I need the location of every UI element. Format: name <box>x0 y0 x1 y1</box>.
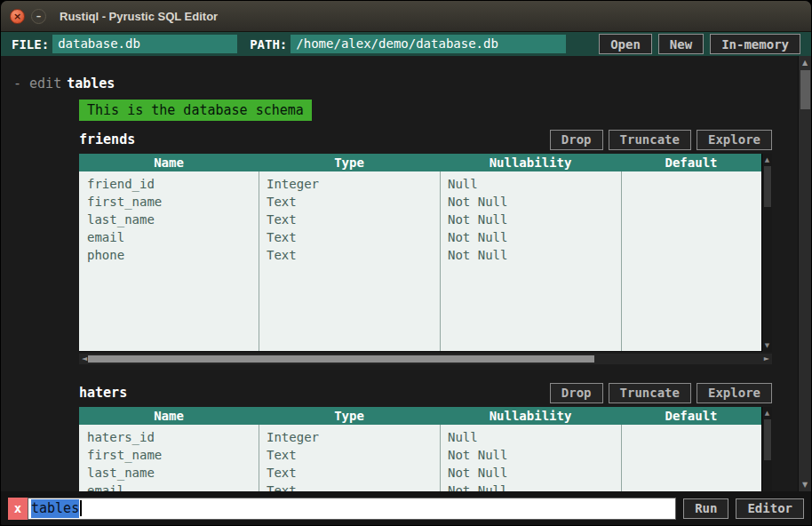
scroll-down-icon[interactable]: ▼ <box>762 342 772 349</box>
explore-button[interactable]: Explore <box>697 130 772 150</box>
scroll-down-icon[interactable]: ▼ <box>799 481 811 489</box>
toolbar: FILE: database.db PATH: /home/alex/demo/… <box>1 32 811 56</box>
table-cell <box>621 193 761 211</box>
close-command-button[interactable]: x <box>8 498 28 520</box>
window-title: Rustiql - Pyrustic SQL Editor <box>60 10 218 23</box>
column-header-type: Type <box>259 154 440 171</box>
table-cell: Not Null <box>440 446 621 464</box>
explore-button[interactable]: Explore <box>697 383 772 403</box>
open-button[interactable]: Open <box>599 34 652 54</box>
file-input[interactable]: database.db <box>52 35 237 53</box>
table-cell: first_name <box>79 446 259 464</box>
table-cell: email <box>79 482 259 491</box>
titlebar: × – Rustiql - Pyrustic SQL Editor <box>1 1 811 32</box>
table-row[interactable]: first_nameTextNot Null <box>79 446 761 464</box>
table-cell: Integer <box>259 175 440 193</box>
table-cell <box>621 428 761 446</box>
table-cell: Text <box>259 446 440 464</box>
table-cell: Text <box>259 193 440 211</box>
minimize-window-button[interactable]: – <box>31 9 46 24</box>
column-header-default: Default <box>621 407 761 425</box>
truncate-button[interactable]: Truncate <box>609 130 691 150</box>
table-body: haters_idIntegerNullfirst_nameTextNot Nu… <box>79 425 761 491</box>
table-cell <box>621 175 761 193</box>
table-header-row: Name Type Nullability Default <box>79 407 761 425</box>
column-divider <box>259 171 259 351</box>
scrollbar-thumb[interactable] <box>800 70 810 109</box>
new-button[interactable]: New <box>658 34 704 54</box>
run-button[interactable]: Run <box>683 498 728 519</box>
scrollbar-thumb[interactable] <box>764 419 771 460</box>
table-cell: Text <box>259 246 440 264</box>
column-header-nullability: Nullability <box>440 407 621 425</box>
breadcrumb-current: tables <box>67 76 115 92</box>
section-header: friends Drop Truncate Explore <box>79 129 772 150</box>
drop-button[interactable]: Drop <box>550 383 603 403</box>
command-input[interactable]: tables <box>28 498 676 520</box>
table-cell <box>621 482 761 491</box>
file-label: FILE: <box>12 37 49 52</box>
column-header-type: Type <box>259 407 440 425</box>
schema-note: This is the database schema <box>79 100 312 121</box>
table-cell: Text <box>259 228 440 246</box>
table-cell: Not Null <box>440 464 621 482</box>
drop-button[interactable]: Drop <box>550 130 603 150</box>
table-row[interactable]: friend_idIntegerNull <box>79 175 761 193</box>
table-cell: friend_id <box>79 175 259 193</box>
scroll-up-icon[interactable]: ▲ <box>762 410 772 417</box>
breadcrumb-prefix: - edit <box>13 76 61 92</box>
table-vertical-scrollbar[interactable]: ▲ ▼ <box>761 154 772 352</box>
table-row[interactable]: phoneTextNot Null <box>79 246 761 264</box>
table-header-row: Name Type Nullability Default <box>79 154 761 171</box>
scroll-up-icon[interactable]: ▲ <box>762 156 772 163</box>
scroll-up-icon[interactable]: ▲ <box>799 59 811 67</box>
column-header-default: Default <box>621 154 761 171</box>
table-row[interactable]: emailTextNot Null <box>79 228 761 246</box>
scrollbar-thumb[interactable] <box>88 355 594 363</box>
table-cell: Text <box>259 211 440 228</box>
breadcrumb: - edittables <box>13 76 798 92</box>
table-cell: Integer <box>259 428 440 446</box>
table-cell: Not Null <box>440 482 621 491</box>
table-cell <box>621 228 761 246</box>
editor-button[interactable]: Editor <box>736 498 804 519</box>
scroll-right-icon[interactable]: ► <box>764 354 769 364</box>
table-cell <box>621 246 761 264</box>
schema-table: Name Type Nullability Default haters_idI… <box>79 407 772 491</box>
table-row[interactable]: last_nameTextNot Null <box>79 464 761 482</box>
close-window-button[interactable]: × <box>10 9 25 24</box>
in-memory-button[interactable]: In-memory <box>710 34 800 54</box>
table-horizontal-scrollbar[interactable]: ◄ ► <box>79 354 772 364</box>
table-row[interactable]: first_nameTextNot Null <box>79 193 761 211</box>
column-divider <box>440 171 441 351</box>
table-cell: phone <box>79 246 259 264</box>
table-cell: haters_id <box>79 428 259 446</box>
table-cell: Not Null <box>440 193 621 211</box>
table-row[interactable]: last_nameTextNot Null <box>79 211 761 228</box>
main-vertical-scrollbar[interactable]: ▲ ▼ <box>798 56 811 491</box>
table-actions: Drop Truncate Explore <box>550 383 772 403</box>
path-input[interactable]: /home/alex/demo/database.db <box>291 35 566 53</box>
table-vertical-scrollbar[interactable]: ▲ ▼ <box>761 407 772 491</box>
app-window: × – Rustiql - Pyrustic SQL Editor FILE: … <box>0 0 812 526</box>
minimize-icon: – <box>36 12 42 21</box>
table-cell: Not Null <box>440 211 621 228</box>
column-header-name: Name <box>79 407 259 425</box>
table-name: friends <box>79 132 135 147</box>
table-section-haters: haters Drop Truncate Explore Name Type N… <box>79 382 772 491</box>
table-row[interactable]: emailTextNot Null <box>79 482 761 491</box>
table-actions: Drop Truncate Explore <box>550 130 772 150</box>
table-row[interactable]: haters_idIntegerNull <box>79 428 761 446</box>
close-icon: × <box>13 12 21 21</box>
table-cell <box>621 211 761 228</box>
scroll-left-icon[interactable]: ◄ <box>82 354 87 364</box>
table-cell: Not Null <box>440 246 621 264</box>
schema-table: Name Type Nullability Default friend_idI… <box>79 154 772 352</box>
table-section-friends: friends Drop Truncate Explore Name Type … <box>79 129 772 364</box>
table-cell: email <box>79 228 259 246</box>
truncate-button[interactable]: Truncate <box>609 383 691 403</box>
path-label: PATH: <box>250 37 287 52</box>
table-body: friend_idIntegerNullfirst_nameTextNot Nu… <box>79 171 761 352</box>
scrollbar-thumb[interactable] <box>764 166 771 207</box>
column-divider <box>259 425 259 491</box>
